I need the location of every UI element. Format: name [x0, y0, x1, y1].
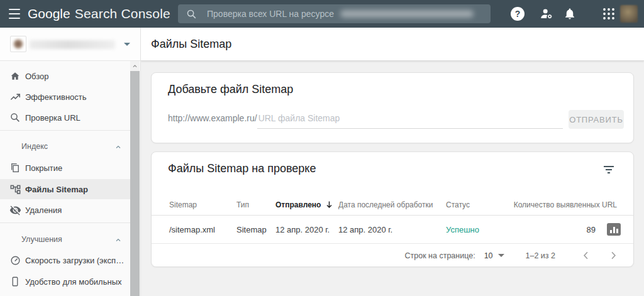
column-header-status[interactable]: Статус [446, 194, 470, 215]
cell-last-processed-date: 12 апр. 2020 г. [338, 216, 392, 243]
chevron-up-icon [114, 235, 122, 246]
submitted-sitemaps-title: Файлы Sitemap на проверке [168, 162, 316, 175]
sidebar-item-speed[interactable]: Скорость загрузки (экспер… [0, 250, 131, 270]
eye-off-icon [9, 204, 21, 216]
page-header: Файлы Sitemap [141, 28, 644, 61]
sidebar-item-removals[interactable]: Удаления [0, 200, 131, 220]
sidebar-item-sitemaps[interactable]: Файлы Sitemap [0, 179, 131, 199]
url-prefix: http://www.example.ru/ [168, 113, 257, 123]
mobile-phone-icon [9, 275, 21, 288]
table-row[interactable]: /sitemap.xml Sitemap 12 апр. 2020 г. 12 … [152, 216, 633, 244]
section-label: Индекс [21, 142, 48, 151]
sidebar-item-label: Обзор [25, 72, 49, 81]
sidebar-item-label: Эффективность [25, 92, 87, 102]
logo-google: Google [28, 6, 70, 21]
sidebar-section-index[interactable]: Индекс [0, 136, 131, 156]
submit-button[interactable]: ОТПРАВИТЬ [569, 110, 624, 129]
sidebar-scrollbar[interactable] [130, 61, 140, 296]
previous-page-button[interactable] [580, 251, 591, 261]
column-header-sitemap[interactable]: Sitemap [169, 194, 197, 215]
sidebar-item-url-inspection[interactable]: Проверка URL [0, 107, 131, 128]
add-sitemap-card: Добавьте файл Sitemap http://www.example… [151, 72, 634, 143]
sidebar-section-enhancements[interactable]: Улучшения [0, 229, 131, 249]
column-header-last-processed[interactable]: Дата последней обработки [338, 194, 433, 215]
table-header-row: Sitemap Тип Отправлено Дата последней об… [152, 194, 633, 216]
sitemap-url-row: http://www.example.ru/ [168, 113, 563, 129]
sidebar-item-label: Скорость загрузки (экспер… [25, 256, 126, 265]
sidebar-item-overview[interactable]: Обзор [0, 66, 131, 86]
manage-account-icon[interactable] [540, 7, 553, 21]
view-index-coverage-chart-button[interactable] [607, 223, 621, 236]
column-header-label: Отправлено [275, 200, 321, 209]
search-placeholder: Проверка всех URL на ресурсе [207, 9, 334, 19]
notifications-bell-icon[interactable] [564, 8, 576, 20]
section-label: Улучшения [21, 235, 62, 244]
property-selector[interactable] [0, 28, 140, 61]
sidebar: Обзор Эффективность Проверка URL Индекс [0, 28, 141, 296]
sidebar-item-label: Удаления [25, 206, 62, 215]
pagination-range: 1–2 из 2 [526, 251, 555, 260]
search-icon [9, 111, 21, 124]
sidebar-divider [0, 130, 131, 131]
table-pagination: Строк на странице: 10 1–2 из 2 [152, 244, 633, 267]
column-header-discovered-urls[interactable]: Количество выявленных URL [514, 194, 617, 215]
cell-type: Sitemap [236, 216, 267, 243]
sitemap-tree-icon [9, 183, 21, 195]
submitted-sitemaps-card: Файлы Sitemap на проверке Sitemap Тип От… [151, 151, 634, 267]
sidebar-item-label: Файлы Sitemap [25, 185, 88, 194]
chevron-down-icon [124, 43, 130, 46]
sidebar-item-label: Удобство для мобильных [25, 277, 122, 287]
sitemap-url-input[interactable] [257, 113, 563, 129]
speed-gauge-icon [9, 254, 21, 266]
cell-discovered-url-count: 89 [587, 216, 596, 243]
bar-chart-icon [610, 227, 618, 233]
sidebar-item-mobile-usability[interactable]: Удобство для мобильных [0, 271, 131, 292]
status-badge: Успешно [446, 216, 479, 243]
rows-per-page-label: Строк на странице: [404, 251, 475, 260]
home-icon [9, 70, 21, 82]
add-sitemap-title: Добавьте файл Sitemap [168, 83, 293, 96]
filter-icon[interactable] [603, 165, 614, 175]
rows-per-page-dropdown-icon[interactable] [498, 254, 504, 257]
hamburger-menu-icon[interactable] [9, 9, 21, 19]
trending-up-icon [9, 90, 21, 103]
sidebar-divider [0, 222, 131, 223]
google-apps-grid-icon[interactable] [602, 8, 615, 20]
rows-per-page-value[interactable]: 10 [484, 251, 493, 260]
search-icon [186, 9, 197, 19]
sidebar-item-performance[interactable]: Эффективность [0, 87, 131, 107]
sidebar-item-coverage[interactable]: Покрытие [0, 158, 131, 178]
column-header-submitted[interactable]: Отправлено [275, 194, 333, 215]
google-search-console-window: GoogleSearch Console Проверка всех URL н… [0, 0, 644, 296]
blurred-property-name [30, 40, 115, 49]
user-avatar[interactable] [620, 5, 638, 23]
help-icon[interactable]: ? [511, 7, 525, 21]
page-title: Файлы Sitemap [151, 28, 231, 61]
sort-descending-icon [326, 200, 333, 209]
cell-submitted-date: 12 апр. 2020 г. [275, 216, 330, 243]
sidebar-item-label: Покрытие [25, 163, 62, 173]
column-header-type[interactable]: Тип [236, 194, 249, 215]
url-inspection-search-bar[interactable]: Проверка всех URL на ресурсе [178, 4, 491, 23]
cell-sitemap-path: /sitemap.xml [169, 216, 215, 243]
chevron-up-icon [114, 142, 122, 153]
scrollbar-up-arrow[interactable] [130, 61, 140, 71]
app-logo[interactable]: GoogleSearch Console [28, 0, 170, 28]
top-app-bar: GoogleSearch Console Проверка всех URL н… [0, 0, 644, 28]
blurred-property-url [340, 10, 474, 18]
sidebar-item-label: Проверка URL [25, 113, 80, 123]
scrollbar-thumb[interactable] [130, 71, 140, 296]
next-page-button[interactable] [608, 251, 618, 261]
property-favicon [10, 36, 26, 52]
coverage-pages-icon [9, 162, 21, 174]
logo-search-console: Search Console [75, 6, 170, 21]
